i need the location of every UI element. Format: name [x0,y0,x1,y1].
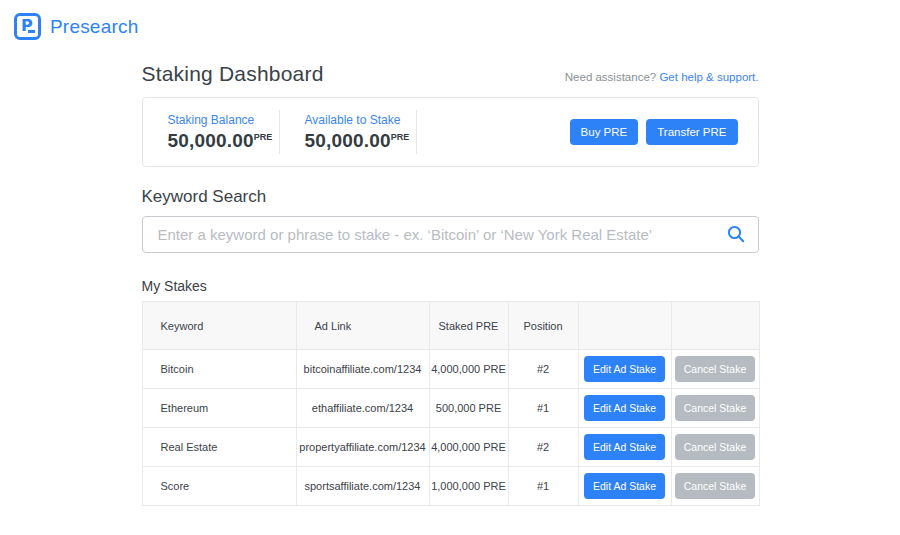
cell-adlink: propertyaffiliate.com/1234 [296,428,429,467]
cell-keyword: Real Estate [142,428,296,467]
edit-ad-stake-button[interactable]: Edit Ad Stake [584,434,665,460]
staking-balance-stat: Staking Balance 50,000.00PRE [143,110,280,154]
cancel-stake-button[interactable]: Cancel Stake [675,395,755,421]
page-title: Staking Dashboard [142,62,324,86]
cell-keyword: Bitcoin [142,350,296,389]
available-stake-amount: 50,000.00 [305,130,391,151]
table-row: Bitcoin bitcoinaffiliate.com/1234 4,000,… [142,350,759,389]
available-stake-label: Available to Stake [305,113,416,127]
brand-wordmark: Presearch [50,16,138,38]
presearch-logo-icon: P [14,13,41,40]
stakes-table: Keyword Ad Link Staked PRE Position Bitc… [142,301,760,506]
cancel-stake-button[interactable]: Cancel Stake [675,473,755,499]
cell-position: #2 [508,350,578,389]
keyword-search-section: Keyword Search [142,187,759,253]
cell-adlink: ethaffiliate.com/1234 [296,389,429,428]
search-field-wrap [142,216,759,253]
col-header-cancel [671,302,759,350]
page-header: Staking Dashboard Need assistance? Get h… [142,62,759,86]
buy-pre-button[interactable]: Buy PRE [570,119,639,145]
keyword-search-heading: Keyword Search [142,187,759,207]
cell-keyword: Score [142,467,296,506]
available-stake-value: 50,000.00PRE [305,130,416,152]
cell-staked: 500,000 PRE [429,389,508,428]
col-header-position: Position [508,302,578,350]
cell-staked: 4,000,000 PRE [429,350,508,389]
assistance-text: Need assistance? Get help & support. [565,71,759,86]
top-bar: P Presearch [0,0,900,48]
my-stakes-heading: My Stakes [142,278,759,294]
cell-adlink: sportsaffiliate.com/1234 [296,467,429,506]
table-row: Real Estate propertyaffiliate.com/1234 4… [142,428,759,467]
table-header-row: Keyword Ad Link Staked PRE Position [142,302,759,350]
search-icon[interactable] [726,224,746,244]
logo-underscore [28,30,35,33]
col-header-adlink: Ad Link [296,302,429,350]
presearch-logo[interactable]: P Presearch [14,13,138,40]
edit-ad-stake-button[interactable]: Edit Ad Stake [584,473,665,499]
cell-staked: 1,000,000 PRE [429,467,508,506]
table-row: Score sportsaffiliate.com/1234 1,000,000… [142,467,759,506]
help-support-link[interactable]: Get help & support. [659,71,758,83]
balance-card-actions: Buy PRE Transfer PRE [570,119,738,145]
available-stake-unit: PRE [391,131,410,141]
edit-ad-stake-button[interactable]: Edit Ad Stake [584,356,665,382]
cancel-stake-button[interactable]: Cancel Stake [675,356,755,382]
my-stakes-section: My Stakes Keyword Ad Link Staked PRE Pos… [142,278,759,506]
table-row: Ethereum ethaffiliate.com/1234 500,000 P… [142,389,759,428]
cell-staked: 4,000,000 PRE [429,428,508,467]
keyword-search-input[interactable] [142,216,759,253]
transfer-pre-button[interactable]: Transfer PRE [646,119,737,145]
col-header-keyword: Keyword [142,302,296,350]
cell-position: #1 [508,467,578,506]
col-header-staked: Staked PRE [429,302,508,350]
cell-position: #2 [508,428,578,467]
balance-card: Staking Balance 50,000.00PRE Available t… [142,97,759,167]
cancel-stake-button[interactable]: Cancel Stake [675,434,755,460]
staking-balance-unit: PRE [254,131,273,141]
assistance-label: Need assistance? [565,71,656,83]
staking-balance-value: 50,000.00PRE [168,130,279,152]
edit-ad-stake-button[interactable]: Edit Ad Stake [584,395,665,421]
staking-balance-amount: 50,000.00 [168,130,254,151]
col-header-edit [578,302,671,350]
main-content: Staking Dashboard Need assistance? Get h… [142,62,759,506]
cell-keyword: Ethereum [142,389,296,428]
cell-adlink: bitcoinaffiliate.com/1234 [296,350,429,389]
available-stake-stat: Available to Stake 50,000.00PRE [280,110,417,154]
staking-balance-label: Staking Balance [168,113,279,127]
cell-position: #1 [508,389,578,428]
